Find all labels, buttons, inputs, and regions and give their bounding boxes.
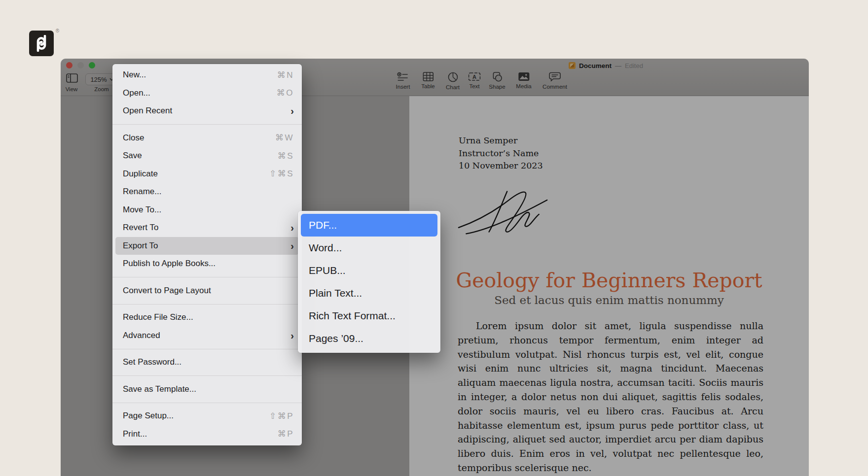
menu-item-label: Revert To [123,223,287,233]
submenu-arrow-icon: › [290,241,294,251]
menu-separator [112,277,302,277]
export-to-submenu: PDF... Word... EPUB... Plain Text... Ric… [298,211,440,353]
file-menu-item-set-password[interactable]: Set Password... › [115,353,299,372]
menu-item-label: Convert to Page Layout [123,286,294,296]
menu-item-shortcut: ⌘N [277,70,294,80]
menu-item-shortcut: ⌘W [275,133,294,143]
file-menu-item-open[interactable]: Open... ⌘O › [115,84,299,102]
export-submenu-item-epub[interactable]: EPUB... [301,259,437,282]
pd-monogram-icon [33,35,50,52]
export-submenu-item-plain-text[interactable]: Plain Text... [301,282,437,305]
export-submenu-item-pdf[interactable]: PDF... [301,214,437,237]
file-menu-item-print[interactable]: Print... ⌘P › [115,425,299,443]
submenu-arrow-icon: › [290,223,294,233]
menu-item-label: Open... [123,88,277,98]
menu-separator [112,403,302,403]
menu-item-label: Set Password... [123,357,294,367]
file-menu-item-publish-to-apple-books[interactable]: Publish to Apple Books... › [115,255,299,273]
export-submenu-item-pages-09[interactable]: Pages ’09... [301,327,437,350]
file-menu-item-duplicate[interactable]: Duplicate ⇧⌘S › [115,165,299,183]
menu-item-shortcut: ⌘P [278,429,294,439]
export-submenu-item-word[interactable]: Word... [301,237,437,259]
file-menu-item-page-setup[interactable]: Page Setup... ⇧⌘P › [115,407,299,425]
menu-item-label: Export To [123,241,287,251]
file-menu-item-advanced[interactable]: Advanced › [115,327,299,345]
menu-item-label: Duplicate [123,169,269,179]
file-menu-item-reduce-file-size[interactable]: Reduce File Size... › [115,308,299,327]
menu-item-shortcut: ⌘S [278,151,294,161]
menu-item-label: Print... [123,429,278,439]
registered-mark: ® [56,28,59,34]
menu-item-shortcut: ⇧⌘S [269,169,294,179]
menu-item-label: New... [123,70,277,80]
file-menu-item-move-to[interactable]: Move To... › [115,201,299,219]
menu-separator [112,304,302,305]
file-menu-item-export-to[interactable]: Export To › [115,237,299,255]
desktop: ® Document — Edited [0,0,868,476]
menu-item-label: Save as Template... [123,384,294,394]
file-menu-item-close[interactable]: Close ⌘W › [115,129,299,147]
submenu-arrow-icon: › [290,331,294,340]
menu-item-label: Move To... [123,205,294,215]
file-menu-item-open-recent[interactable]: Open Recent › [115,102,299,120]
menu-separator [112,349,302,349]
file-menu-item-revert-to[interactable]: Revert To › [115,219,299,237]
submenu-arrow-icon: › [290,106,294,116]
menu-item-shortcut: ⌘O [277,88,294,98]
menu-item-label: Reduce File Size... [123,312,294,322]
submenu-item-label: Word... [309,242,342,254]
menu-item-label: Close [123,133,275,143]
file-menu-item-save[interactable]: Save ⌘S › [115,147,299,165]
submenu-item-label: Rich Text Format... [309,310,396,322]
file-menu: New... ⌘N › Open... ⌘O › Open Recent › C… [112,64,302,445]
submenu-item-label: PDF... [309,219,337,231]
file-menu-item-rename[interactable]: Rename... › [115,183,299,201]
file-menu-item-save-as-template[interactable]: Save as Template... › [115,380,299,399]
menu-item-label: Rename... [123,187,294,197]
menu-item-label: Page Setup... [123,411,269,421]
file-menu-item-convert-to-page-layout[interactable]: Convert to Page Layout › [115,282,299,300]
menu-separator [112,124,302,125]
menu-separator [112,375,302,376]
menu-item-label: Open Recent [123,106,287,116]
menu-item-shortcut: ⇧⌘P [269,411,294,421]
menu-item-label: Save [123,151,278,161]
menu-item-label: Publish to Apple Books... [123,259,294,269]
export-submenu-item-rich-text-format[interactable]: Rich Text Format... [301,305,437,327]
submenu-item-label: Pages ’09... [309,333,363,344]
submenu-item-label: EPUB... [309,265,346,276]
menu-item-label: Advanced [123,331,287,340]
pandadoc-logo: ® [29,31,54,56]
file-menu-item-new[interactable]: New... ⌘N › [115,66,299,84]
submenu-item-label: Plain Text... [309,287,362,299]
